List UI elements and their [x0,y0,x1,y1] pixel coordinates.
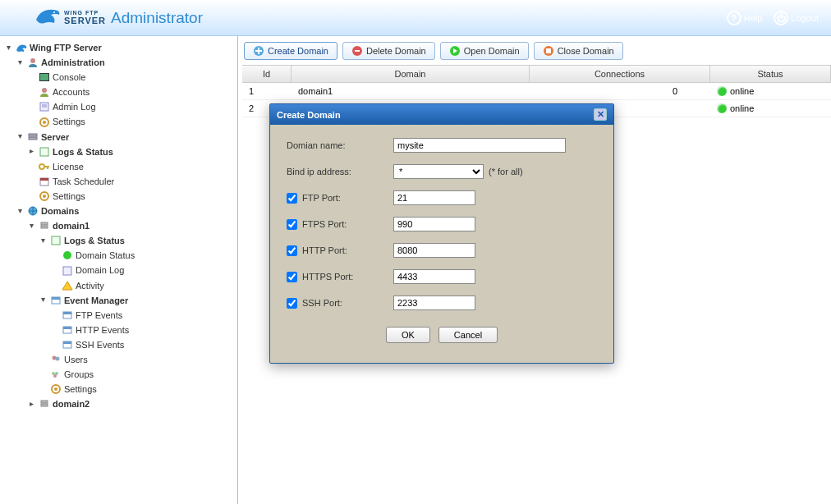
ftp-port-input[interactable] [393,190,475,205]
main: Create Domain Delete Domain Open Domain … [238,36,831,504]
ftps-port-input[interactable] [393,217,475,231]
domain-name-input[interactable] [393,138,566,153]
svg-rect-25 [63,267,71,275]
tree-server-settings[interactable]: Settings [53,191,85,201]
key-icon [38,161,51,172]
sidebar: Wing FTP Server Administration Console A… [0,36,238,504]
svg-point-24 [63,251,71,259]
ssh-port-input[interactable] [393,296,475,310]
svg-rect-12 [40,148,48,156]
col-id[interactable]: Id [242,66,292,82]
log-icon [38,146,51,158]
expand-toggle[interactable] [27,400,36,409]
domain-icon [38,398,51,410]
svg-rect-33 [63,341,71,344]
col-status[interactable]: Status [710,66,831,82]
svg-point-0 [53,11,55,13]
tree-d1-log[interactable]: Domain Log [76,266,124,276]
ftp-port-checkbox[interactable] [287,193,297,204]
tree-http-events[interactable]: HTTP Events [76,325,129,335]
help-link[interactable]: ? Help [727,11,763,25]
tree-accounts[interactable]: Accounts [53,87,90,97]
tree-admin[interactable]: Administration [41,57,105,67]
svg-point-35 [56,357,60,361]
expand-toggle[interactable] [27,222,36,231]
svg-rect-41 [41,401,48,403]
ok-button[interactable]: OK [386,327,430,343]
tree-users[interactable]: Users [64,355,88,364]
tree-d1-events[interactable]: Event Manager [64,296,128,305]
tree-ssh-events[interactable]: SSH Events [76,340,124,350]
event-icon [61,309,74,321]
https-port-label: HTTPS Port: [302,272,353,282]
create-domain-button[interactable]: Create Domain [244,42,337,60]
tree-scheduler[interactable]: Task Scheduler [53,176,114,186]
user-icon [38,86,51,98]
tree-groups[interactable]: Groups [64,369,94,379]
tree-domains[interactable]: Domains [41,206,79,216]
http-port-checkbox[interactable] [287,245,297,256]
dialog-titlebar[interactable]: Create Domain ✕ [270,104,613,125]
page-title: Administrator [111,9,203,27]
expand-toggle[interactable] [16,207,25,216]
gear-icon [38,117,51,128]
expand-toggle[interactable] [16,132,25,141]
tree-ftp-events[interactable]: FTP Events [76,310,122,320]
tree-d1-settings[interactable]: Settings [64,384,97,394]
close-domain-button[interactable]: Close Domain [534,42,623,60]
cancel-button[interactable]: Cancel [438,327,498,343]
tree-d1-status[interactable]: Domain Status [76,250,135,260]
bind-ip-select[interactable]: * [393,164,484,179]
console-icon [38,71,51,83]
svg-rect-31 [63,327,71,329]
col-conn[interactable]: Connections [530,66,710,82]
https-port-checkbox[interactable] [287,272,297,282]
ftps-port-checkbox[interactable] [287,219,297,230]
status-label: online [730,103,754,113]
expand-toggle[interactable] [4,44,13,53]
expand-toggle[interactable] [16,58,25,67]
tree-domain2[interactable]: domain2 [53,399,90,409]
tree-d1-logs[interactable]: Logs & Status [64,236,125,245]
create-domain-dialog: Create Domain ✕ Domian name: Bind ip add… [269,103,614,364]
http-port-label: HTTP Port: [302,245,347,255]
tree-console[interactable]: Console [53,72,85,82]
tree-logs[interactable]: Logs & Status [53,147,113,157]
event-icon [61,339,74,351]
status-icon [61,250,74,261]
users-icon [49,354,62,365]
domain-name-label: Domian name: [287,140,346,150]
tree-adminlog[interactable]: Admin Log [53,102,96,112]
tree-settings[interactable]: Settings [53,117,85,127]
close-icon [543,45,554,57]
svg-rect-17 [40,178,48,181]
open-domain-button[interactable]: Open Domain [440,42,529,60]
tree-server[interactable]: Server [41,132,69,142]
tree-d1-activity[interactable]: Activity [76,281,104,291]
svg-rect-42 [41,404,48,406]
expand-toggle[interactable] [39,236,48,245]
delete-domain-button[interactable]: Delete Domain [342,42,435,60]
logo: WING FTP SERVER Administrator [33,5,203,31]
https-port-input[interactable] [393,269,475,284]
log-icon [61,265,74,277]
svg-rect-22 [41,226,48,228]
status-online-icon [717,86,727,96]
table-row[interactable]: 1 domain1 0 online [242,83,831,100]
tree-root[interactable]: Wing FTP Server [30,43,102,53]
logout-link[interactable]: ⏻ Logout [774,11,819,25]
status-label: online [730,86,754,96]
tree-license[interactable]: License [53,162,84,172]
expand-toggle[interactable] [27,147,36,156]
tree-domain1[interactable]: domain1 [53,221,90,231]
ssh-port-checkbox[interactable] [287,298,297,309]
dialog-close-button[interactable]: ✕ [594,108,607,121]
http-port-input[interactable] [393,243,475,258]
svg-rect-3 [40,74,48,80]
bind-ip-label: Bind ip address: [287,167,351,176]
expand-toggle[interactable] [39,296,48,305]
server-icon [15,42,28,53]
svg-point-19 [43,195,46,198]
bird-icon [33,5,62,31]
col-domain[interactable]: Domain [292,66,530,82]
